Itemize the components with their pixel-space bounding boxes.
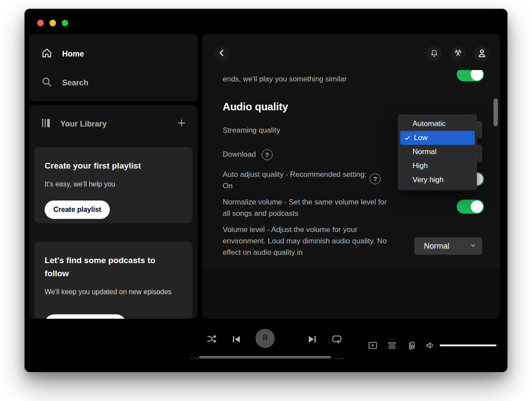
card-title: Create your first playlist <box>45 159 182 172</box>
pause-icon <box>260 333 270 344</box>
help-icon[interactable]: ? <box>262 149 273 160</box>
close-window-button[interactable] <box>37 20 44 26</box>
menu-item-high[interactable]: High <box>398 159 477 173</box>
friend-activity-button[interactable] <box>450 46 466 62</box>
library-icon <box>40 117 52 131</box>
player-bar: -:-- -:-- <box>24 319 508 372</box>
menu-item-label: Low <box>414 134 427 142</box>
profile-button[interactable] <box>474 46 490 62</box>
volume-level-label: Volume level - Adjust the volume for you… <box>223 224 398 258</box>
previous-track-button[interactable] <box>231 334 242 345</box>
bell-icon <box>430 49 439 60</box>
menu-item-low[interactable]: Low <box>400 131 475 145</box>
volume-level-value: Normal <box>424 242 449 251</box>
minimize-window-button[interactable] <box>49 20 56 26</box>
normalize-volume-toggle[interactable] <box>457 200 484 214</box>
normalize-volume-label: Normalize volume - Set the same volume l… <box>223 197 396 219</box>
auto-adjust-label: Auto adjust quality - Recommended settin… <box>223 169 376 192</box>
sidebar-item-search[interactable]: Search <box>29 68 198 97</box>
repeat-button[interactable] <box>331 333 343 345</box>
next-track-button[interactable] <box>307 334 318 345</box>
menu-item-label: Automatic <box>413 120 446 128</box>
streaming-quality-label: Streaming quality <box>223 125 280 136</box>
create-playlist-card: Create your first playlist It's easy, we… <box>34 147 192 223</box>
chevron-down-icon <box>470 242 476 251</box>
queue-button[interactable] <box>387 340 397 351</box>
browse-podcasts-button[interactable] <box>45 314 126 319</box>
connect-device-button[interactable] <box>406 340 416 351</box>
autoplay-toggle[interactable] <box>457 70 484 81</box>
shuffle-button[interactable] <box>206 333 217 345</box>
sidebar-library-panel: Your Library Create your first playlist … <box>29 105 198 319</box>
menu-item-normal[interactable]: Normal <box>398 145 477 159</box>
friends-icon <box>453 48 463 60</box>
pause-button[interactable] <box>256 329 275 348</box>
volume-icon[interactable] <box>425 340 436 351</box>
find-podcasts-card: Let's find some podcasts to follow We'll… <box>34 242 192 319</box>
toggle-knob <box>471 70 483 81</box>
create-playlist-button[interactable]: Create playlist <box>45 200 110 219</box>
settings-panel: ends, we'll play you something similar A… <box>202 34 500 319</box>
check-icon <box>404 134 411 141</box>
volume-slider[interactable] <box>440 345 497 346</box>
create-playlist-plus-icon[interactable] <box>177 118 186 130</box>
now-playing-view-button[interactable] <box>368 340 378 351</box>
remaining-time: -:-- <box>335 355 344 361</box>
chevron-left-icon <box>217 48 227 60</box>
zoom-window-button[interactable] <box>62 20 68 26</box>
download-label: Download <box>223 149 256 160</box>
progress-bar[interactable] <box>199 356 331 359</box>
toggle-knob <box>471 200 483 213</box>
menu-item-label: Normal <box>413 148 437 156</box>
menu-item-very-high[interactable]: Very high <box>398 173 477 187</box>
download-row: Download ? <box>223 149 273 160</box>
volume-level-select[interactable]: Normal <box>414 237 482 255</box>
help-icon[interactable]: ? <box>370 173 381 184</box>
card-title: Let's find some podcasts to follow <box>45 254 182 280</box>
library-header[interactable]: Your Library <box>29 105 198 143</box>
card-subtitle: We'll keep you updated on new episodes <box>45 286 182 298</box>
notifications-button[interactable] <box>426 46 442 62</box>
desktop-background: Home Search <box>0 0 532 401</box>
sidebar-item-label: Search <box>62 78 88 88</box>
menu-item-label: Very high <box>413 176 444 184</box>
autoplay-toggle-clip <box>457 70 484 81</box>
spotify-window: Home Search <box>24 9 508 372</box>
sidebar-nav-panel: Home Search <box>29 34 198 102</box>
search-icon <box>41 76 52 90</box>
sidebar-item-home[interactable]: Home <box>29 39 198 68</box>
menu-item-label: High <box>413 162 428 170</box>
streaming-quality-dropdown-menu: Automatic Low Normal High Very high <box>398 115 477 190</box>
settings-footer-area <box>202 267 500 319</box>
library-title: Your Library <box>60 120 169 129</box>
home-icon <box>41 47 52 61</box>
user-icon <box>477 48 487 60</box>
autoplay-description: ends, we'll play you something similar <box>223 75 347 84</box>
sidebar-item-label: Home <box>62 49 84 59</box>
section-title: Audio quality <box>223 101 288 113</box>
back-button[interactable] <box>214 46 230 62</box>
menu-item-automatic[interactable]: Automatic <box>398 117 477 131</box>
scrollbar-thumb[interactable] <box>494 98 498 126</box>
card-subtitle: It's easy, we'll help you <box>45 179 182 190</box>
elapsed-time: -:-- <box>183 355 199 361</box>
